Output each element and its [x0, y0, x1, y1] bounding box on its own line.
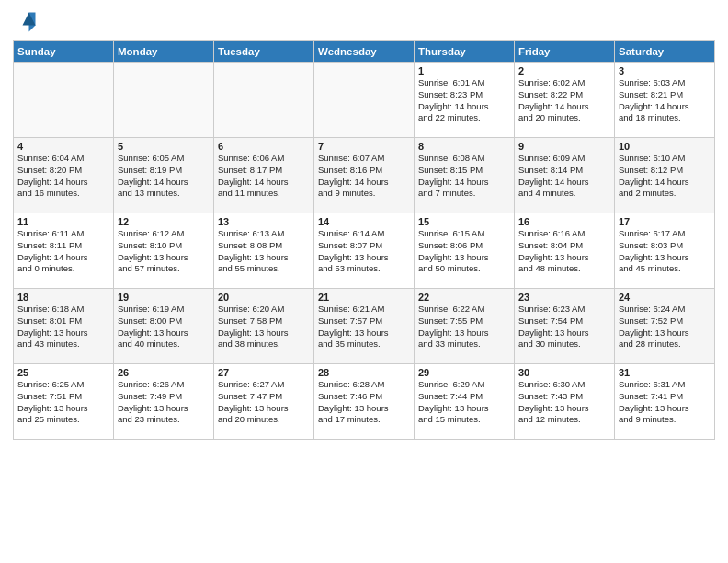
cell-info-line: Sunset: 7:47 PM [218, 391, 310, 403]
cell-info-line: Sunset: 7:43 PM [518, 391, 610, 403]
cell-info-line: Sunset: 8:11 PM [17, 240, 109, 252]
day-number: 30 [518, 367, 610, 378]
cell-info-line: Sunrise: 6:25 AM [17, 379, 109, 391]
day-number: 26 [118, 367, 210, 378]
cell-info-line: Sunset: 7:54 PM [518, 316, 610, 327]
day-number: 5 [118, 141, 210, 152]
day-number: 28 [318, 367, 410, 378]
day-number: 21 [318, 292, 410, 303]
cell-week2-day2: 6Sunrise: 6:06 AMSunset: 8:17 PMDaylight… [214, 138, 314, 213]
cell-info-line: and 22 minutes. [418, 112, 510, 124]
cell-info-line: and 23 minutes. [118, 414, 210, 426]
week-row-1: 1Sunrise: 6:01 AMSunset: 8:23 PMDaylight… [14, 63, 715, 138]
cell-week3-day4: 15Sunrise: 6:15 AMSunset: 8:06 PMDayligh… [415, 213, 515, 289]
cell-week2-day1: 5Sunrise: 6:05 AMSunset: 8:19 PMDaylight… [114, 138, 214, 213]
cell-info-line: Daylight: 14 hours [518, 101, 610, 113]
day-number: 12 [118, 216, 210, 227]
cell-info-line: and 0 minutes. [17, 263, 109, 275]
cell-info-line: and 53 minutes. [318, 263, 410, 275]
cell-info-line: Sunset: 8:22 PM [518, 89, 610, 101]
cell-info-line: Daylight: 13 hours [619, 327, 711, 339]
cell-week5-day2: 27Sunrise: 6:27 AMSunset: 7:47 PMDayligh… [214, 364, 314, 440]
cell-info-line: and 4 minutes. [518, 188, 610, 200]
cell-info-line: and 12 minutes. [518, 414, 610, 426]
cell-info-line: Sunrise: 6:07 AM [318, 153, 410, 165]
day-number: 22 [418, 292, 510, 303]
day-number: 7 [318, 141, 410, 152]
cell-week1-day6: 3Sunrise: 6:03 AMSunset: 8:21 PMDaylight… [615, 63, 715, 138]
cell-info-line: Sunrise: 6:09 AM [518, 153, 610, 165]
cell-info-line: Sunset: 8:08 PM [218, 240, 310, 252]
cell-week5-day4: 29Sunrise: 6:29 AMSunset: 7:44 PMDayligh… [415, 364, 515, 440]
cell-week2-day6: 10Sunrise: 6:10 AMSunset: 8:12 PMDayligh… [615, 138, 715, 213]
day-number: 24 [619, 292, 711, 303]
cell-info-line: Sunrise: 6:30 AM [518, 379, 610, 391]
cell-info-line: Sunset: 7:46 PM [318, 391, 410, 403]
cell-info-line: and 20 minutes. [518, 112, 610, 124]
cell-info-line: Sunset: 8:12 PM [619, 165, 711, 177]
cell-info-line: Sunset: 8:06 PM [418, 240, 510, 252]
day-header-monday: Monday [114, 41, 214, 63]
cell-week4-day2: 20Sunrise: 6:20 AMSunset: 7:58 PMDayligh… [214, 289, 314, 364]
week-row-3: 11Sunrise: 6:11 AMSunset: 8:11 PMDayligh… [14, 213, 715, 289]
cell-info-line: and 57 minutes. [118, 263, 210, 275]
cell-week4-day6: 24Sunrise: 6:24 AMSunset: 7:52 PMDayligh… [615, 289, 715, 364]
week-row-5: 25Sunrise: 6:25 AMSunset: 7:51 PMDayligh… [14, 364, 715, 440]
day-number: 8 [418, 141, 510, 152]
cell-info-line: Sunset: 8:21 PM [619, 89, 711, 101]
cell-info-line: and 15 minutes. [418, 414, 510, 426]
cell-info-line: Sunrise: 6:15 AM [418, 228, 510, 240]
day-number: 6 [218, 141, 310, 152]
cell-info-line: Daylight: 13 hours [318, 327, 410, 339]
cell-info-line: Sunset: 8:19 PM [118, 165, 210, 177]
cell-info-line: Sunset: 7:49 PM [118, 391, 210, 403]
cell-info-line: Sunrise: 6:13 AM [218, 228, 310, 240]
cell-info-line: Sunset: 7:52 PM [619, 316, 711, 327]
day-number: 20 [218, 292, 310, 303]
cell-info-line: Sunrise: 6:14 AM [318, 228, 410, 240]
cell-info-line: and 13 minutes. [118, 188, 210, 200]
cell-info-line: Sunrise: 6:10 AM [619, 153, 711, 165]
cell-info-line: and 38 minutes. [218, 339, 310, 350]
cell-info-line: and 25 minutes. [17, 414, 109, 426]
cell-info-line: and 16 minutes. [17, 188, 109, 200]
cell-week3-day1: 12Sunrise: 6:12 AMSunset: 8:10 PMDayligh… [114, 213, 214, 289]
cell-info-line: Daylight: 13 hours [118, 252, 210, 264]
cell-info-line: Daylight: 14 hours [318, 177, 410, 189]
cell-info-line: Sunrise: 6:26 AM [118, 379, 210, 391]
cell-info-line: Daylight: 14 hours [418, 177, 510, 189]
cell-info-line: Daylight: 13 hours [218, 403, 310, 415]
cell-info-line: Sunset: 7:55 PM [418, 316, 510, 327]
cell-info-line: Sunrise: 6:06 AM [218, 153, 310, 165]
cell-info-line: Daylight: 13 hours [418, 252, 510, 264]
cell-info-line: and 40 minutes. [118, 339, 210, 350]
cell-week1-day2 [214, 63, 314, 138]
calendar-header: SundayMondayTuesdayWednesdayThursdayFrid… [14, 41, 715, 63]
cell-info-line: Sunset: 8:23 PM [418, 89, 510, 101]
cell-info-line: Daylight: 13 hours [518, 252, 610, 264]
cell-week5-day1: 26Sunrise: 6:26 AMSunset: 7:49 PMDayligh… [114, 364, 214, 440]
cell-info-line: Sunrise: 6:08 AM [418, 153, 510, 165]
cell-week2-day3: 7Sunrise: 6:07 AMSunset: 8:16 PMDaylight… [314, 138, 415, 213]
cell-info-line: Sunset: 8:04 PM [518, 240, 610, 252]
cell-info-line: Sunrise: 6:01 AM [418, 77, 510, 89]
cell-week5-day3: 28Sunrise: 6:28 AMSunset: 7:46 PMDayligh… [314, 364, 415, 440]
day-header-tuesday: Tuesday [214, 41, 314, 63]
cell-info-line: Daylight: 14 hours [418, 101, 510, 113]
day-number: 14 [318, 216, 410, 227]
cell-info-line: and 7 minutes. [418, 188, 510, 200]
cell-info-line: Sunrise: 6:19 AM [118, 304, 210, 316]
cell-info-line: and 30 minutes. [518, 339, 610, 350]
cell-info-line: Sunset: 8:17 PM [218, 165, 310, 177]
cell-info-line: Sunset: 7:57 PM [318, 316, 410, 327]
cell-info-line: Sunrise: 6:16 AM [518, 228, 610, 240]
day-number: 31 [619, 367, 711, 378]
day-number: 2 [518, 65, 610, 76]
cell-info-line: Sunrise: 6:21 AM [318, 304, 410, 316]
cell-week5-day6: 31Sunrise: 6:31 AMSunset: 7:41 PMDayligh… [615, 364, 715, 440]
logo [13, 9, 42, 35]
day-header-sunday: Sunday [14, 41, 114, 63]
day-number: 10 [619, 141, 711, 152]
day-header-saturday: Saturday [615, 41, 715, 63]
cell-week2-day4: 8Sunrise: 6:08 AMSunset: 8:15 PMDaylight… [415, 138, 515, 213]
